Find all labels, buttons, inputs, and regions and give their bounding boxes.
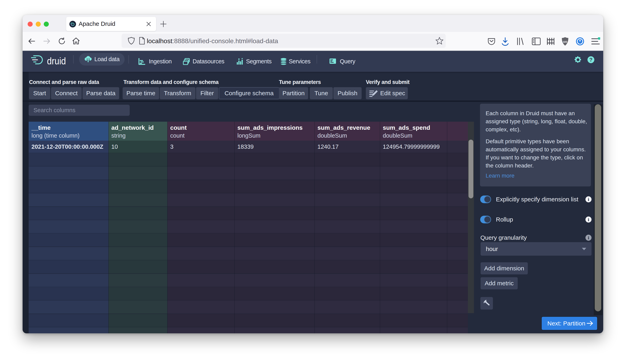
svg-text:uo: uo [563, 40, 567, 43]
svg-text:?: ? [589, 57, 592, 63]
